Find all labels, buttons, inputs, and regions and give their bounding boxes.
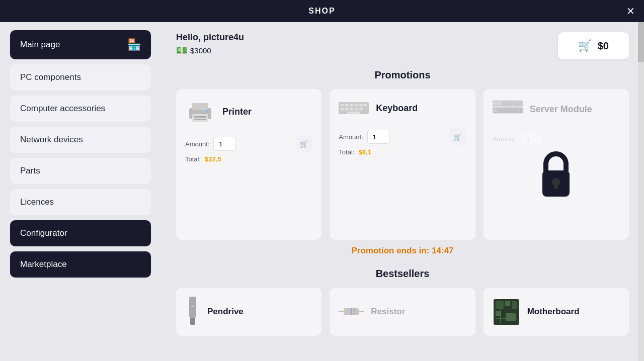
svg-rect-3 (194, 116, 206, 118)
promotions-section: Promotions Printer (176, 69, 629, 256)
sidebar-item-label: Licences (20, 197, 54, 207)
svg-rect-40 (505, 301, 510, 306)
printer-amount-label: Amount: (185, 140, 209, 148)
sidebar-item-label: Marketplace (20, 259, 67, 269)
resistor-title: Resistor (371, 307, 405, 317)
svg-rect-12 (364, 104, 367, 106)
pendrive-icon (185, 297, 200, 327)
printer-icon (185, 99, 215, 124)
svg-rect-10 (355, 104, 358, 106)
money-icon: 💵 (176, 45, 187, 56)
sidebar-item-pc-components[interactable]: PC components (10, 64, 151, 91)
svg-rect-4 (194, 119, 206, 120)
svg-rect-42 (512, 301, 517, 309)
motherboard-icon (493, 298, 520, 326)
promo-card-server-module: Server Module Amount: 🛒 (484, 89, 629, 240)
resistor-icon (339, 304, 364, 319)
header-row: Hello, picture4u 💵 $3000 🛒 $0 (176, 32, 629, 59)
printer-total-label: Total: (185, 155, 201, 163)
cart-button[interactable]: 🛒 $0 (558, 32, 629, 59)
cart-add-icon: 🛒 (607, 135, 615, 143)
bestsellers-title: Bestsellers (176, 268, 629, 280)
close-button[interactable]: ✕ (626, 6, 635, 16)
server-icon (493, 99, 523, 119)
svg-rect-30 (190, 318, 195, 325)
svg-point-5 (206, 110, 208, 112)
sidebar-item-network-devices[interactable]: Network devices (10, 127, 151, 153)
greeting: Hello, picture4u (176, 32, 244, 43)
sidebar-item-label: Parts (20, 166, 40, 176)
svg-rect-17 (359, 108, 363, 110)
svg-point-25 (518, 110, 520, 111)
svg-rect-15 (350, 108, 354, 110)
svg-rect-18 (347, 112, 360, 114)
keyboard-title: Keyboard (376, 103, 418, 114)
printer-total-value: $22,5 (205, 155, 221, 163)
scrollbar-track (638, 22, 644, 361)
svg-rect-22 (498, 102, 501, 105)
sidebar-item-label: Computer accessories (20, 104, 105, 114)
svg-rect-23 (493, 109, 497, 112)
sidebar-item-configurator[interactable]: Configurator (10, 220, 151, 246)
bestsellers-row: Pendrive Resistor (176, 288, 629, 336)
promo-card-keyboard: Keyboard Amount: 🛒 Total: $8,1 (330, 89, 475, 240)
svg-rect-28 (554, 182, 558, 189)
balance-value: $3000 (190, 46, 211, 55)
sidebar: Main page 🏪 PC components Computer acces… (0, 22, 161, 361)
promo-timer: Promotion ends in: 14:47 (176, 246, 629, 256)
keyboard-add-cart-button[interactable]: 🛒 (449, 128, 466, 145)
svg-rect-45 (506, 313, 516, 321)
promo-card-printer: Printer Amount: 🛒 Total: $22,5 (176, 89, 321, 240)
sidebar-item-label: PC components (20, 72, 81, 82)
server-amount-label: Amount: (493, 135, 517, 143)
keyboard-icon (339, 99, 369, 117)
user-balance: 💵 $3000 (176, 45, 244, 56)
user-info: Hello, picture4u 💵 $3000 (176, 32, 244, 56)
cart-icon: 🛒 (578, 39, 592, 52)
bestsellers-section: Bestsellers Pendrive (176, 268, 629, 336)
svg-rect-20 (493, 108, 523, 114)
sidebar-item-marketplace[interactable]: Marketplace (10, 251, 151, 278)
svg-rect-2 (192, 114, 208, 122)
card-header: Keyboard (339, 99, 466, 117)
scrollbar-thumb[interactable] (638, 22, 644, 62)
cart-add-icon: 🛒 (453, 133, 462, 141)
printer-amount-row: Amount: 🛒 (185, 135, 312, 152)
printer-amount-input[interactable] (213, 137, 235, 151)
server-amount-input (521, 132, 543, 146)
keyboard-total-value: $8,1 (358, 148, 371, 156)
sidebar-item-licences[interactable]: Licences (10, 189, 151, 215)
keyboard-amount-input[interactable] (367, 130, 389, 144)
svg-rect-19 (493, 101, 523, 107)
svg-rect-16 (355, 108, 358, 110)
pendrive-title: Pendrive (207, 307, 244, 317)
lock-icon (533, 148, 579, 210)
svg-rect-39 (496, 301, 504, 309)
sidebar-item-label: Network devices (20, 135, 83, 145)
sidebar-item-label: Configurator (20, 228, 67, 238)
svg-rect-31 (191, 306, 194, 307)
svg-rect-13 (341, 108, 344, 110)
motherboard-title: Motherboard (527, 307, 580, 317)
svg-rect-7 (341, 104, 344, 106)
bs-card-resistor: Resistor (330, 288, 475, 336)
promotions-title: Promotions (176, 69, 629, 81)
sidebar-item-parts[interactable]: Parts (10, 158, 151, 184)
keyboard-amount-row: Amount: 🛒 (339, 128, 466, 145)
sidebar-item-computer-accessories[interactable]: Computer accessories (10, 96, 151, 122)
bs-card-pendrive: Pendrive (176, 288, 321, 336)
titlebar: SHOP ✕ (0, 0, 644, 22)
printer-add-cart-button[interactable]: 🛒 (295, 135, 312, 152)
main-layout: Main page 🏪 PC components Computer acces… (0, 22, 644, 361)
promotions-row: Printer Amount: 🛒 Total: $22,5 (176, 89, 629, 240)
card-header: Printer (185, 99, 312, 124)
card-header: Server Module (493, 99, 620, 119)
server-amount-row: Amount: 🛒 (493, 130, 620, 147)
svg-rect-11 (359, 104, 363, 106)
app-title: SHOP (308, 7, 335, 16)
printer-total-row: Total: $22,5 (185, 155, 312, 163)
sidebar-item-main-page[interactable]: Main page 🏪 (10, 30, 151, 59)
svg-rect-8 (345, 104, 349, 106)
svg-rect-1 (192, 103, 208, 110)
server-add-cart-button: 🛒 (603, 130, 620, 147)
